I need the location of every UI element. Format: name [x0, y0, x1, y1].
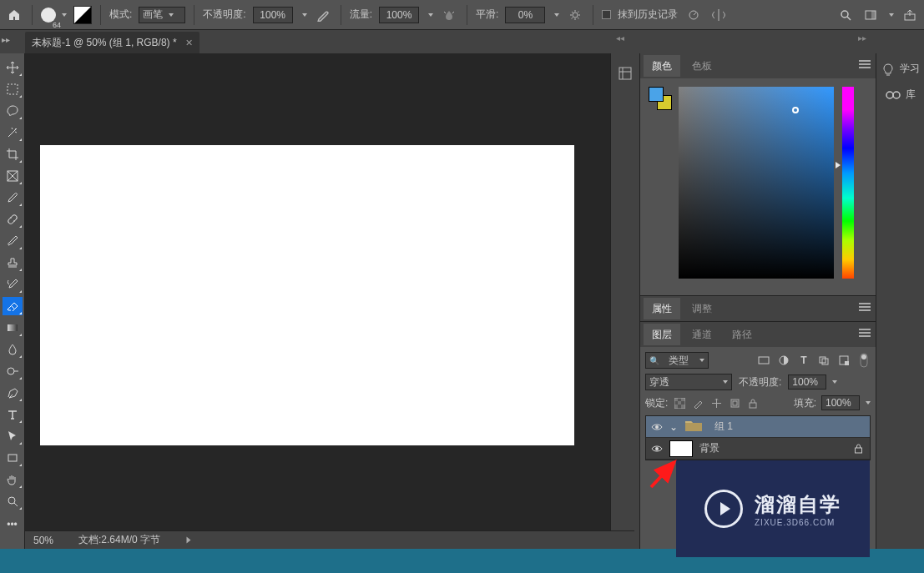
filter-pixel-icon[interactable] [757, 354, 770, 367]
filter-smart-icon[interactable] [837, 354, 851, 367]
brush-tool[interactable] [3, 232, 23, 250]
chevron-down-icon[interactable] [889, 13, 894, 17]
layer-fill-input[interactable]: 100% [821, 395, 860, 410]
shape-tool[interactable] [3, 449, 23, 467]
panel-menu-icon[interactable] [859, 329, 871, 337]
filter-shape-icon[interactable] [817, 354, 831, 367]
svg-rect-16 [759, 357, 769, 364]
pen-tool[interactable] [3, 384, 23, 402]
symmetry-icon[interactable] [709, 6, 728, 24]
filter-toggle[interactable] [857, 354, 871, 367]
layer-filter-select[interactable]: 🔍 类型 [645, 352, 709, 369]
mode-select[interactable]: 画笔 [139, 7, 185, 23]
layer-opacity-input[interactable]: 100% [788, 374, 826, 390]
smoothing-gear-icon[interactable] [566, 6, 584, 24]
learn-panel-button[interactable]: 学习 [881, 62, 920, 76]
tab-paths[interactable]: 路径 [724, 324, 760, 345]
mode-value: 画笔 [143, 8, 163, 22]
history-panel-icon[interactable] [613, 62, 637, 85]
tab-attributes[interactable]: 属性 [644, 298, 680, 319]
panel-menu-icon[interactable] [859, 303, 871, 311]
marquee-tool[interactable] [3, 80, 23, 98]
blur-tool[interactable] [3, 340, 23, 359]
doc-info[interactable]: 文档:2.64M/0 字节 [78, 533, 160, 547]
chevron-down-icon[interactable] [302, 13, 307, 17]
expand-icon[interactable]: ⌄ [669, 421, 678, 433]
panel-menu-icon[interactable] [859, 60, 871, 68]
document-tab[interactable]: 未标题-1 @ 50% (组 1, RGB/8) * ✕ [25, 32, 199, 53]
crop-tool[interactable] [3, 145, 23, 163]
status-menu-icon[interactable] [187, 537, 191, 544]
tablet-pressure-icon[interactable] [684, 6, 703, 24]
lock-artboard-icon[interactable] [728, 396, 741, 410]
chevron-down-icon[interactable] [866, 401, 871, 405]
lock-pixels-icon[interactable] [691, 396, 704, 410]
type-tool[interactable] [3, 405, 23, 424]
chevron-down-icon[interactable] [832, 380, 837, 384]
search-icon[interactable] [836, 6, 855, 24]
svg-point-29 [655, 447, 659, 450]
color-field[interactable] [679, 87, 834, 279]
home-button[interactable] [5, 6, 23, 24]
layer-item-group[interactable]: ⌄ 组 1 [646, 416, 870, 438]
brush-panel-toggle[interactable] [73, 6, 92, 24]
smoothing-input[interactable]: 0% [505, 7, 545, 23]
opacity-input[interactable]: 100% [253, 7, 293, 23]
path-select-tool[interactable] [3, 427, 23, 445]
stamp-tool[interactable] [3, 254, 23, 272]
filter-adjust-icon[interactable] [777, 354, 790, 367]
filter-type-icon[interactable]: T [797, 354, 810, 367]
layer-name[interactable]: 组 1 [714, 420, 733, 434]
history-checkbox[interactable] [602, 10, 611, 19]
hue-slider[interactable] [842, 87, 854, 279]
edit-toolbar-icon[interactable]: ••• [3, 515, 23, 534]
library-panel-button[interactable]: 库 [886, 88, 916, 102]
layer-item-background[interactable]: 背景 [646, 438, 870, 460]
tab-adjust[interactable]: 调整 [684, 298, 720, 319]
tab-color[interactable]: 颜色 [644, 55, 680, 77]
history-brush-tool[interactable] [3, 275, 23, 294]
lock-icon[interactable] [854, 444, 863, 454]
blend-mode-select[interactable]: 穿透 [645, 374, 732, 390]
fg-bg-swatch[interactable] [649, 87, 672, 110]
history-label: 抹到历史记录 [618, 8, 678, 22]
brush-preset-picker[interactable]: 64 [41, 8, 67, 23]
workspace-icon[interactable] [861, 6, 880, 24]
lock-transparent-icon[interactable] [673, 396, 686, 410]
move-tool[interactable] [3, 58, 23, 77]
lock-all-icon[interactable] [746, 396, 760, 410]
collapse-icon[interactable]: ◂◂ [616, 33, 624, 43]
opacity-pressure-icon[interactable] [314, 6, 332, 24]
chevron-down-icon[interactable] [554, 13, 559, 17]
close-tab-icon[interactable]: ✕ [185, 38, 193, 48]
collapse-icon[interactable]: ▸▸ [2, 35, 10, 44]
healing-tool[interactable] [3, 210, 23, 229]
layer-name[interactable]: 背景 [699, 441, 720, 455]
eraser-tool[interactable] [3, 297, 23, 315]
flow-input[interactable]: 100% [379, 7, 419, 23]
tab-channels[interactable]: 通道 [684, 324, 720, 345]
collapse-icon[interactable]: ▸▸ [858, 33, 866, 43]
share-icon[interactable] [901, 6, 919, 24]
eyedropper-tool[interactable] [3, 188, 23, 207]
lasso-tool[interactable] [3, 102, 23, 120]
tab-label: 路径 [732, 328, 752, 342]
canvas[interactable] [40, 145, 574, 445]
visibility-toggle[interactable] [651, 443, 663, 455]
dodge-tool[interactable] [3, 362, 23, 380]
gradient-tool[interactable] [3, 319, 23, 337]
chevron-down-icon[interactable] [428, 13, 433, 17]
zoom-level[interactable]: 50% [33, 535, 53, 546]
tab-layers[interactable]: 图层 [644, 324, 680, 345]
airbrush-icon[interactable] [440, 6, 458, 24]
wand-tool[interactable] [3, 123, 23, 142]
zoom-tool[interactable] [3, 492, 23, 510]
visibility-toggle[interactable] [651, 421, 663, 433]
hand-tool[interactable] [3, 470, 23, 489]
foreground-color[interactable] [649, 87, 664, 102]
lock-position-icon[interactable] [709, 396, 723, 410]
canvas-area[interactable] [25, 53, 610, 573]
tab-label: 色板 [692, 59, 712, 73]
tab-swatches[interactable]: 色板 [684, 55, 720, 77]
frame-tool[interactable] [3, 167, 23, 185]
